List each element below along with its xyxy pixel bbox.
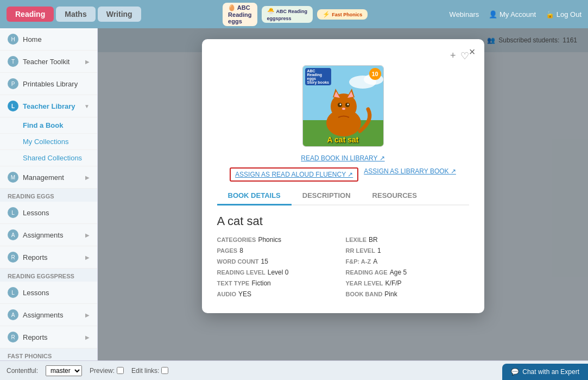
- sidebar-sub-shared-collections[interactable]: Shared Collections: [0, 150, 97, 166]
- sidebar-item-management-label: Management: [23, 173, 64, 182]
- detail-text-type: TEXT TYPE Fiction: [217, 279, 340, 287]
- book-cover-title: A cat sat: [303, 135, 383, 144]
- preview-checkbox[interactable]: [117, 367, 124, 374]
- sidebar-item-management[interactable]: M Management ▶: [0, 166, 97, 189]
- sidebar-item-rep-assignments[interactable]: A Assignments ▶: [0, 304, 97, 326]
- assign-library-book-link[interactable]: ASSIGN AS LIBRARY BOOK ↗: [364, 167, 456, 182]
- rep-lessons-icon: L: [8, 287, 18, 298]
- rr-level-label: RR LEVEL: [346, 247, 375, 254]
- teacher-toolkit-chevron: ▶: [85, 59, 90, 65]
- sidebar-item-printables-library[interactable]: P Printables Library: [0, 73, 97, 95]
- rep-reports-icon: R: [8, 332, 18, 342]
- rep-assignments-chevron: ▶: [85, 312, 90, 318]
- modal-links: READ BOOK IN LIBRARY ↗: [217, 154, 469, 162]
- sidebar-item-rep-lessons-label: Lessons: [23, 289, 49, 297]
- detail-audio: AUDIO YES: [217, 290, 340, 298]
- tab-book-details[interactable]: BOOK DETAILS: [217, 187, 292, 205]
- home-icon: H: [8, 34, 18, 45]
- sidebar-item-teacher-library[interactable]: L Teacher Library ▼: [0, 95, 97, 117]
- reading-level-label: READING LEVEL: [217, 269, 265, 276]
- modal: × + ♡: [202, 39, 484, 313]
- book-title: A cat sat: [217, 214, 469, 228]
- reading-age-label: READING AGE: [346, 269, 388, 276]
- contentful-select[interactable]: master: [46, 365, 82, 376]
- svg-point-14: [342, 108, 345, 110]
- sidebar-item-re-assignments-label: Assignments: [23, 231, 63, 239]
- nav-tab-writing[interactable]: Writing: [98, 7, 141, 22]
- sidebar-item-rep-lessons[interactable]: L Lessons: [0, 282, 97, 304]
- edit-links-checkbox[interactable]: [161, 367, 168, 374]
- categories-label: CATEGORIES: [217, 236, 256, 243]
- top-nav: Reading Maths Writing 🥚 ABCReadingeggs 🐣…: [0, 0, 588, 28]
- modal-close-button[interactable]: ×: [469, 46, 476, 58]
- svg-point-12: [339, 104, 341, 105]
- sidebar-item-re-lessons[interactable]: L Lessons: [0, 202, 97, 224]
- detail-book-band: BOOK BAND Pink: [346, 290, 469, 298]
- rep-reports-chevron: ▶: [85, 334, 90, 340]
- tab-resources[interactable]: RESOURCES: [362, 187, 428, 205]
- nav-tab-reading[interactable]: Reading: [7, 7, 54, 22]
- sidebar-item-teacher-toolkit[interactable]: T Teacher Toolkit ▶: [0, 51, 97, 73]
- printables-library-icon: P: [8, 78, 18, 89]
- audio-value: YES: [238, 290, 251, 298]
- sidebar-item-re-reports[interactable]: R Reports ▶: [0, 246, 97, 269]
- sidebar-item-rep-reports[interactable]: R Reports ▶: [0, 326, 97, 348]
- rep-assignments-icon: A: [8, 309, 18, 320]
- management-chevron: ▶: [85, 175, 90, 180]
- webinars-link[interactable]: Webinars: [450, 10, 479, 18]
- assign-read-aloud-fluency-link[interactable]: ASSIGN AS READ ALOUD FLUENCY ↗: [230, 167, 358, 182]
- book-cover-badge: ABCReadingeggsStory books: [305, 68, 331, 85]
- log-out-link[interactable]: 🔓 Log Out: [546, 10, 581, 18]
- nav-tab-maths[interactable]: Maths: [56, 7, 95, 22]
- modal-book-image: A cat sat ABCReadingeggsStory books 10: [217, 65, 469, 147]
- sidebar-item-home[interactable]: H Home: [0, 28, 97, 51]
- book-details-grid: CATEGORIES Phonics LEXILE BR PAGES 8 RR …: [217, 236, 469, 298]
- main-content: 👥 Subscribed students: 1161 × + ♡: [98, 28, 588, 380]
- logo-reading-eggspress: 🐣 ABC Readingeggspress: [262, 6, 313, 23]
- fp-value: A: [373, 258, 377, 265]
- lexile-label: LEXILE: [346, 236, 367, 243]
- detail-lexile: LEXILE BR: [346, 236, 469, 244]
- sidebar-item-rep-assignments-label: Assignments: [23, 311, 63, 319]
- favourite-icon[interactable]: ♡: [460, 50, 469, 62]
- sidebar-item-teacher-toolkit-label: Teacher Toolkit: [23, 58, 69, 66]
- text-type-label: TEXT TYPE: [217, 280, 250, 286]
- sidebar-sub-find-a-book[interactable]: Find a Book: [0, 117, 97, 134]
- svg-point-13: [347, 104, 349, 105]
- chat-label: Chat with an Expert: [522, 368, 579, 376]
- add-to-collection-icon[interactable]: +: [450, 50, 456, 62]
- modal-top-icons: + ♡: [217, 50, 469, 62]
- reading-level-value: Level 0: [268, 269, 289, 276]
- sidebar-item-printables-label: Printables Library: [23, 80, 78, 88]
- management-icon: M: [8, 172, 18, 183]
- logo-fast-phonics: ⚡ Fast Phonics: [317, 9, 368, 20]
- sidebar-item-teacher-library-label: Teacher Library: [23, 102, 75, 110]
- audio-label: AUDIO: [217, 291, 236, 297]
- sidebar-item-re-assignments[interactable]: A Assignments ▶: [0, 224, 97, 246]
- sidebar: H Home T Teacher Toolkit ▶ P Printables …: [0, 28, 98, 380]
- chat-with-expert-button[interactable]: 💬 Chat with an Expert: [502, 364, 588, 380]
- modal-assign-links: ASSIGN AS READ ALOUD FLUENCY ↗ ASSIGN AS…: [217, 167, 469, 182]
- preview-label[interactable]: Preview:: [90, 367, 124, 375]
- edit-links-label[interactable]: Edit links:: [131, 367, 168, 375]
- read-book-in-library-link[interactable]: READ BOOK IN LIBRARY ↗: [301, 154, 384, 162]
- section-reading-eggspress: Reading Eggspress: [0, 269, 97, 282]
- teacher-library-chevron: ▼: [84, 103, 90, 109]
- my-account-link[interactable]: 👤 My Account: [489, 10, 536, 18]
- sidebar-sub-my-collections[interactable]: My Collections: [0, 134, 97, 150]
- re-assignments-chevron: ▶: [85, 232, 90, 238]
- detail-rr-level: RR LEVEL 1: [346, 247, 469, 254]
- book-band-label: BOOK BAND: [346, 291, 383, 297]
- sidebar-item-re-reports-label: Reports: [23, 253, 48, 261]
- pages-label: PAGES: [217, 247, 238, 254]
- categories-value: Phonics: [258, 236, 281, 244]
- detail-year-level: YEAR LEVEL K/F/P: [346, 279, 469, 287]
- detail-word-count: WORD COUNT 15: [217, 258, 340, 265]
- tab-description[interactable]: DESCRIPTION: [292, 187, 362, 205]
- lexile-value: BR: [369, 236, 378, 244]
- modal-overlay: × + ♡: [98, 28, 588, 380]
- top-nav-logos: 🥚 ABCReadingeggs 🐣 ABC Readingeggspress …: [143, 3, 447, 26]
- bottom-bar: Contentful: master Preview: Edit links: …: [0, 360, 588, 380]
- section-fast-phonics: Fast Phonics: [0, 348, 97, 362]
- teacher-library-icon: L: [8, 101, 18, 111]
